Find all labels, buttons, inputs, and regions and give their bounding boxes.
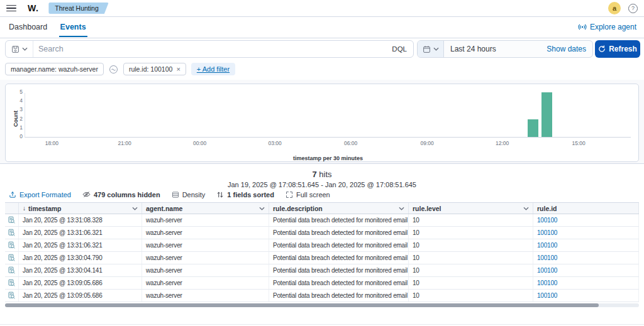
cell-timestamp: Jan 20, 2025 @ 13:31:06.321 — [19, 227, 142, 239]
search-bar: DQL — [5, 40, 414, 58]
events-histogram-card: Count timestamp per 30 minutes 01234518:… — [5, 84, 639, 162]
chevron-down-icon — [22, 47, 28, 51]
x-axis-tick: 06:00 — [338, 140, 364, 146]
wazuh-logo[interactable]: W. — [28, 3, 38, 13]
cell-rule-level: 10 — [409, 227, 533, 239]
column-header-rule.level[interactable]: rule.level — [409, 203, 533, 214]
cell-rule-id[interactable]: 100100 — [533, 227, 639, 239]
table-row: Jan 20, 2025 @ 13:31:06.321wazuh-serverP… — [5, 239, 639, 252]
filter-pill-manager-name[interactable]: manager.name: wazuh-server — [5, 63, 104, 75]
cell-agent-name: wazuh-server — [142, 227, 269, 239]
calendar-icon — [423, 45, 431, 53]
chevron-down-icon[interactable] — [523, 207, 529, 210]
inspect-document-icon[interactable] — [5, 252, 19, 264]
cell-rule-description: Potential data breach detected for monit… — [269, 264, 409, 276]
cell-rule-description: Potential data breach detected for monit… — [269, 239, 409, 251]
cell-rule-id[interactable]: 100100 — [533, 252, 639, 264]
inspect-document-icon[interactable] — [5, 264, 19, 276]
y-axis-tick: 0 — [13, 133, 23, 139]
chevron-down-icon[interactable] — [259, 207, 265, 210]
eye-slash-icon — [82, 190, 91, 198]
broadcast-icon — [578, 23, 587, 31]
sort-descending-icon: ↓ — [23, 205, 26, 212]
density-label: Density — [182, 191, 206, 198]
fields-sorted-button[interactable]: 1 fields sorted — [216, 191, 274, 198]
x-axis-tick: 00:00 — [187, 140, 213, 146]
time-range-value[interactable]: Last 24 hours — [450, 45, 496, 53]
refresh-label: Refresh — [609, 45, 637, 53]
export-icon — [9, 191, 16, 198]
refresh-button[interactable]: Refresh — [595, 40, 640, 58]
cell-agent-name: wazuh-server — [142, 277, 269, 289]
column-header-agent.name[interactable]: agent.name — [142, 203, 269, 214]
explore-agent-button[interactable]: Explore agent — [578, 23, 636, 31]
columns-hidden-button[interactable]: 479 columns hidden — [82, 190, 160, 198]
cell-rule-id[interactable]: 100100 — [533, 264, 639, 276]
cell-timestamp: Jan 20, 2025 @ 13:30:04.141 — [19, 264, 142, 276]
column-header-rule.id[interactable]: rule.id — [533, 203, 639, 214]
wazuh-filter-origin-icon[interactable] — [109, 65, 118, 74]
cell-rule-id[interactable]: 100100 — [533, 214, 639, 226]
cell-rule-id[interactable]: 100100 — [533, 239, 639, 251]
column-header-timestamp[interactable]: ↓timestamp — [19, 203, 142, 214]
inspect-document-icon[interactable] — [5, 214, 19, 226]
tab-events[interactable]: Events — [59, 17, 87, 37]
chevron-down-icon[interactable] — [132, 207, 138, 210]
inspect-document-icon[interactable] — [5, 290, 19, 302]
search-input[interactable] — [33, 45, 386, 53]
chevron-down-icon[interactable] — [399, 207, 404, 210]
avatar[interactable]: a — [608, 2, 621, 14]
full-screen-button[interactable]: Full screen — [286, 191, 330, 198]
events-table: ↓timestampagent.namerule.descriptionrule… — [5, 202, 639, 302]
breadcrumb-threat-hunting[interactable]: Threat Hunting — [48, 3, 108, 14]
export-formatted-button[interactable]: Export Formated — [9, 191, 71, 198]
query-language-button[interactable]: DQL — [386, 45, 413, 53]
tab-dashboard[interactable]: Dashboard — [8, 17, 48, 36]
filter-bar: manager.name: wazuh-server rule.id: 1001… — [5, 63, 235, 75]
inspect-document-icon[interactable] — [5, 239, 19, 251]
add-filter-link[interactable]: + Add filter — [191, 63, 235, 75]
density-button[interactable]: Density — [172, 191, 206, 198]
cell-rule-level: 10 — [409, 264, 533, 276]
cell-rule-description: Potential data breach detected for monit… — [269, 227, 409, 239]
histogram-bar[interactable] — [528, 119, 538, 137]
saved-query-button[interactable] — [6, 41, 33, 57]
scrollbar-thumb[interactable] — [5, 303, 599, 307]
cell-timestamp: Jan 20, 2025 @ 13:30:04.790 — [19, 252, 142, 264]
show-dates-link[interactable]: Show dates — [547, 45, 586, 53]
cell-rule-id[interactable]: 100100 — [533, 277, 639, 289]
columns-hidden-label: 479 columns hidden — [94, 191, 160, 198]
cell-agent-name: wazuh-server — [142, 252, 269, 264]
filter-pill-label: manager.name: wazuh-server — [11, 65, 98, 73]
inspect-document-icon[interactable] — [5, 227, 19, 239]
calendar-button[interactable] — [418, 41, 444, 57]
cell-timestamp: Jan 20, 2025 @ 13:31:06.321 — [19, 239, 142, 251]
column-header-label: rule.id — [537, 205, 557, 212]
histogram-bar[interactable] — [541, 92, 552, 137]
cell-rule-id[interactable]: 100100 — [533, 290, 639, 302]
filter-pill-rule-id[interactable]: rule.id: 100100 × — [123, 63, 186, 75]
table-header-row: ↓timestampagent.namerule.descriptionrule… — [5, 202, 639, 214]
cell-rule-description: Potential data breach detected for monit… — [269, 277, 409, 289]
y-axis-tick: 1 — [13, 124, 23, 131]
table-row: Jan 20, 2025 @ 13:30:04.790wazuh-serverP… — [5, 252, 639, 264]
y-axis-tick: 2 — [13, 116, 23, 122]
table-toolbar: Export Formated 479 columns hidden Densi… — [9, 190, 330, 198]
remove-filter-icon[interactable]: × — [176, 66, 180, 73]
x-axis-tick: 03:00 — [262, 140, 287, 146]
full-screen-icon — [286, 191, 293, 198]
cell-rule-level: 10 — [409, 214, 533, 226]
table-row: Jan 20, 2025 @ 13:30:04.141wazuh-serverP… — [5, 264, 639, 277]
menu-icon[interactable] — [6, 5, 16, 12]
horizontal-scrollbar[interactable] — [5, 303, 639, 307]
time-range-summary: Jan 19, 2025 @ 17:08:51.645 - Jan 20, 20… — [0, 181, 644, 188]
cell-timestamp: Jan 20, 2025 @ 13:31:08.328 — [19, 214, 142, 226]
cell-timestamp: Jan 20, 2025 @ 13:09:05.686 — [19, 277, 142, 289]
help-icon[interactable]: ? — [628, 4, 638, 13]
hits-label: hits — [319, 170, 331, 179]
column-header-rule.description[interactable]: rule.description — [269, 203, 409, 214]
date-picker: Last 24 hours Show dates — [417, 40, 593, 58]
explore-agent-label: Explore agent — [590, 23, 636, 31]
cell-agent-name: wazuh-server — [142, 214, 269, 226]
inspect-document-icon[interactable] — [5, 277, 19, 289]
